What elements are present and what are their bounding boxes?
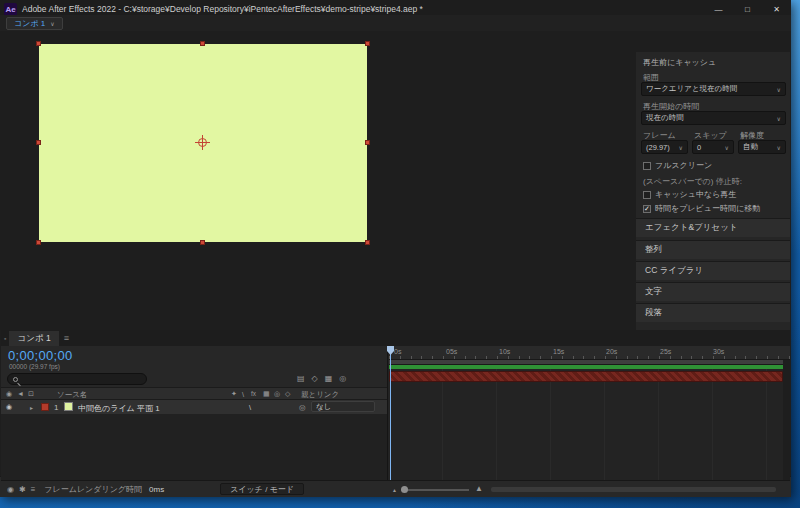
cached-frames-indicator bbox=[389, 365, 783, 369]
skip-dropdown[interactable]: 0 ∨ bbox=[692, 140, 734, 154]
move-time-label: 時間をプレビュー時間に移動 bbox=[655, 203, 760, 214]
parent-dropdown[interactable]: なし ∨ bbox=[311, 401, 375, 412]
selection-handle[interactable] bbox=[365, 240, 370, 245]
play-cached-checkbox[interactable] bbox=[643, 191, 651, 199]
parent-link-header[interactable]: 親とリンク bbox=[301, 390, 339, 400]
performance-icon[interactable]: ✱ bbox=[19, 485, 26, 494]
frame-blending-icon[interactable]: ▦ bbox=[325, 374, 333, 383]
ruler-label: 10s bbox=[499, 348, 510, 355]
viewer-tab-label: コンポ 1 bbox=[14, 18, 45, 29]
move-time-checkbox[interactable]: ✓ bbox=[643, 205, 651, 213]
selection-handle[interactable] bbox=[200, 41, 205, 46]
panel-align[interactable]: 整列 bbox=[636, 240, 790, 259]
time-ruler[interactable]: 0s 05s 10s 15s 20s 25s 30s bbox=[389, 346, 790, 360]
chevron-down-icon: ∨ bbox=[676, 144, 683, 151]
selection-handle[interactable] bbox=[365, 140, 370, 145]
chevron-down-icon: ∨ bbox=[722, 144, 729, 151]
threed-column-icon[interactable]: ◇ bbox=[285, 390, 290, 398]
selection-handle[interactable] bbox=[365, 41, 370, 46]
resolution-dropdown[interactable]: 自動 ∨ bbox=[738, 140, 786, 154]
fx-column-icon[interactable]: fx bbox=[251, 390, 256, 397]
viewer-tab-comp-1[interactable]: コンポ 1 ∨ bbox=[6, 17, 63, 30]
composition-panel: ▪ コンポジション コンポ 1 ≡ コンポ 1 ∨ 12.5 % ∨ ◻ ⊞ (… bbox=[0, 0, 406, 278]
layer-visibility-toggle[interactable]: ◉ bbox=[6, 403, 12, 411]
panel-menu-icon[interactable]: ≡ bbox=[64, 333, 69, 343]
chevron-down-icon: ∨ bbox=[774, 115, 781, 122]
render-time-icon[interactable]: ◉ bbox=[7, 485, 14, 494]
after-effects-window: Ae Adobe After Effects 2022 - C:¥storage… bbox=[0, 0, 791, 497]
layer-twirl-icon[interactable]: ▸ bbox=[30, 404, 33, 411]
layer-quality-switch[interactable]: \ bbox=[249, 403, 251, 412]
play-cached-label: キャッシュ中なら再生 bbox=[655, 189, 736, 200]
selection-handle[interactable] bbox=[36, 240, 41, 245]
zoom-in-icon[interactable]: ▲ bbox=[475, 484, 483, 493]
layer-name[interactable]: 中間色のライム 平面 1 bbox=[78, 403, 160, 414]
render-time-value: 0ms bbox=[149, 485, 164, 494]
playhead[interactable] bbox=[390, 346, 391, 480]
range-dropdown[interactable]: ワークエリアと現在の時間 ∨ bbox=[641, 82, 786, 96]
quality-column-icon[interactable]: \ bbox=[242, 390, 244, 399]
ruler-label: 15s bbox=[553, 348, 564, 355]
tab-grip-icon: ▪ bbox=[4, 335, 6, 342]
anchor-point[interactable] bbox=[198, 138, 207, 147]
framerate-dropdown[interactable]: (29.97) ∨ bbox=[641, 140, 688, 154]
timeline-search-field[interactable] bbox=[7, 373, 147, 385]
layer-row[interactable]: ◉ ▸ 1 中間色のライム 平面 1 \ ◎ なし ∨ bbox=[1, 400, 387, 414]
timeline-options-icon[interactable]: ≡ bbox=[31, 485, 36, 494]
preview-panel: 再生前にキャッシュ 範囲 ワークエリアと現在の時間 ∨ 再生開始の時間 現在の時… bbox=[636, 52, 790, 330]
audio-column-icon[interactable]: ◄ bbox=[17, 390, 24, 397]
parent-pickwhip-icon[interactable]: ◎ bbox=[299, 403, 306, 412]
composition-canvas[interactable] bbox=[39, 44, 367, 242]
motion-blur-column-icon[interactable]: ◎ bbox=[274, 390, 280, 398]
chevron-down-icon[interactable]: ∨ bbox=[50, 20, 54, 27]
timeline-tabbar: ▪ コンポ 1 ≡ bbox=[1, 330, 790, 346]
switches-modes-button[interactable]: スイッチ / モード bbox=[220, 483, 304, 495]
zoom-out-icon[interactable]: ▲ bbox=[392, 487, 397, 493]
current-timecode[interactable]: 0;00;00;00 bbox=[8, 348, 72, 363]
selection-handle[interactable] bbox=[36, 41, 41, 46]
timeline-search-input[interactable] bbox=[22, 375, 141, 384]
selection-handle[interactable] bbox=[36, 140, 41, 145]
ruler-label: 05s bbox=[446, 348, 457, 355]
chevron-down-icon: ∨ bbox=[316, 403, 323, 410]
play-from-value: 現在の時間 bbox=[646, 113, 684, 123]
panel-cc-libraries[interactable]: CC ライブラリ bbox=[636, 261, 790, 280]
play-cached-option[interactable]: キャッシュ中なら再生 bbox=[643, 189, 736, 200]
ruler-label: 25s bbox=[660, 348, 671, 355]
draft-3d-icon[interactable]: ◇ bbox=[312, 374, 318, 383]
fullscreen-checkbox[interactable] bbox=[643, 162, 651, 170]
cache-before-playback-option[interactable]: 再生前にキャッシュ bbox=[643, 57, 716, 68]
panel-effects-presets[interactable]: エフェクト&プリセット bbox=[636, 218, 790, 237]
frame-counter: 00000 (29.97 fps) bbox=[9, 363, 60, 370]
frame-blend-column-icon[interactable]: ▦ bbox=[263, 390, 270, 398]
ruler-label: 0s bbox=[394, 348, 401, 355]
timeline-track-area: 0s 05s 10s 15s 20s 25s 30s bbox=[389, 346, 790, 480]
ruler-label: 30s bbox=[713, 348, 724, 355]
timeline-panel: ▪ コンポ 1 ≡ 0;00;00;00 00000 (29.97 fps) ▤… bbox=[1, 330, 790, 497]
layer-duration-bar[interactable] bbox=[389, 371, 783, 382]
search-icon bbox=[13, 377, 18, 382]
mini-flowchart-icon[interactable]: ▤ bbox=[297, 374, 305, 383]
zoom-slider-handle[interactable] bbox=[401, 486, 408, 493]
timeline-toggles: ▤ ◇ ▦ ◎ bbox=[297, 374, 346, 383]
window-title: Adobe After Effects 2022 - C:¥storage¥De… bbox=[22, 4, 423, 14]
timeline-zoom-slider[interactable] bbox=[401, 489, 469, 491]
eye-column-icon[interactable]: ◉ bbox=[6, 390, 12, 398]
source-name-header[interactable]: ソース名 bbox=[57, 390, 87, 400]
layer-number: 1 bbox=[54, 403, 58, 412]
play-from-dropdown[interactable]: 現在の時間 ∨ bbox=[641, 111, 786, 125]
panel-paragraph[interactable]: 段落 bbox=[636, 303, 790, 322]
move-time-option[interactable]: ✓ 時間をプレビュー時間に移動 bbox=[643, 203, 760, 214]
app-icon: Ae bbox=[4, 3, 17, 16]
layer-label-swatch[interactable] bbox=[41, 403, 49, 411]
shy-column-icon[interactable]: ✦ bbox=[231, 390, 237, 398]
timeline-tab-comp-1[interactable]: コンポ 1 bbox=[9, 331, 58, 346]
panel-character[interactable]: 文字 bbox=[636, 282, 790, 301]
lock-column-icon[interactable]: ⊡ bbox=[28, 390, 34, 398]
selection-handle[interactable] bbox=[200, 240, 205, 245]
horizontal-scrollbar[interactable] bbox=[491, 487, 776, 492]
layer-color-swatch bbox=[64, 402, 73, 411]
motion-blur-icon[interactable]: ◎ bbox=[339, 374, 346, 383]
fullscreen-option[interactable]: フルスクリーン bbox=[643, 160, 712, 171]
resolution-value: 自動 bbox=[743, 142, 758, 152]
